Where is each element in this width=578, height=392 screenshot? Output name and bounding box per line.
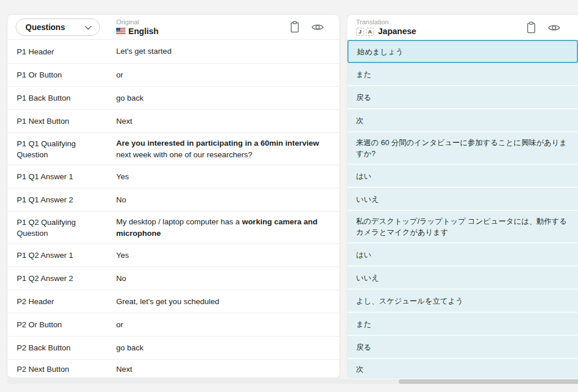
table-row: P1 Next Button Next [8,109,339,132]
table-row: P2 Or Button or [8,313,339,336]
row-label: P1 Header [8,46,116,57]
original-text: Are you interested in participating in a… [116,138,339,161]
original-text: go back [116,342,339,354]
original-text: go back [116,93,339,104]
clipboard-icon [526,21,536,34]
questions-dropdown[interactable]: Questions [16,19,100,36]
translation-cell[interactable]: 次 [347,359,578,378]
translation-column-header: Translation J A Japanese [356,19,416,36]
preview-original-button[interactable] [311,23,324,32]
original-text: Next [116,116,339,127]
row-label: P2 Or Button [8,319,116,330]
translation-cell[interactable]: 戻る [347,86,578,109]
translation-cell[interactable]: はい [347,165,578,188]
translation-cell[interactable]: 次 [347,109,578,132]
eye-icon [311,23,324,32]
translation-header-row: Translation J A Japanese [347,15,578,40]
ja-language-badge-icon: J A [356,28,374,36]
original-text: Great, let's get you scheduled [116,296,339,308]
clipboard-icon [290,21,300,34]
table-row: P2 Header Great, let's get you scheduled [8,290,339,313]
row-label: P2 Back Button [8,342,116,353]
original-text: Let's get started [116,46,339,57]
row-label: P1 Q1 Answer 2 [8,194,116,205]
horizontal-scrollbar-thumb[interactable] [399,379,578,384]
row-label: P1 Q2 Qualifying Question [8,217,116,239]
table-row: P2 Back Button go back [8,336,339,359]
table-row: P1 Or Button or [8,63,339,86]
strings-table-card: Questions Original English [7,14,340,378]
horizontal-scrollbar-track[interactable] [7,379,578,384]
table-row: P1 Q2 Answer 2 No [8,267,339,290]
translation-kind-label: Translation [356,19,416,26]
original-text: Yes [116,171,339,183]
original-text: Yes [116,250,339,261]
original-column-header: Original English [116,19,158,36]
row-label: P1 Q2 Answer 1 [8,250,116,261]
translation-cells: 始めましょう また 戻る 次 来週の 60 分間のインタビューに参加することに興… [347,40,578,378]
table-row: P1 Back Button go back [8,86,339,109]
original-text: Next [116,364,339,375]
row-label: P1 Back Button [8,93,116,103]
original-text: or [116,69,339,81]
row-label: P2 Next Button [8,364,116,375]
chevron-down-icon [84,22,92,32]
original-kind-label: Original [116,19,158,26]
table-row: P1 Q1 Answer 1 Yes [8,165,339,188]
translation-cell[interactable]: 始めましょう [347,40,578,63]
questions-dropdown-label: Questions [25,23,65,32]
eye-icon [547,23,561,32]
table-row: P1 Q1 Answer 2 No [8,188,339,211]
us-flag-icon [116,27,125,36]
row-label: P1 Next Button [8,116,116,127]
translation-cell[interactable]: 来週の 60 分間のインタビューに参加することに興味がありますか? [347,132,578,165]
original-language-label: English [128,27,158,36]
row-label: P1 Q1 Answer 1 [8,171,116,182]
row-label: P1 Or Button [8,69,116,80]
table-row: P1 Q2 Qualifying Question My desktop / l… [8,211,339,243]
original-header-row: Questions Original English [8,15,339,40]
original-text: No [116,273,339,284]
row-label: P2 Header [8,296,116,307]
table-row: P1 Q2 Answer 1 Yes [8,243,339,267]
table-row: P1 Q1 Qualifying Question Are you intere… [8,132,339,165]
translation-cell[interactable]: よし、スケジュールを立てよう [347,290,578,313]
translation-cell[interactable]: いいえ [347,188,578,211]
row-label: P1 Q1 Qualifying Question [8,138,116,160]
original-text: No [116,194,339,206]
preview-translation-button[interactable] [547,23,561,32]
translation-language-label: Japanese [378,27,416,36]
original-text: or [116,319,339,331]
translation-cell[interactable]: 戻る [347,336,578,359]
table-row: P1 Header Let's get started [8,40,339,63]
copy-translation-button[interactable] [526,21,536,34]
table-row: P2 Next Button Next [8,359,339,378]
translation-cell[interactable]: 私のデスクトップ/ラップトップ コンピュータには、動作するカメラとマイクがありま… [347,211,578,243]
translation-cell[interactable]: また [347,313,578,336]
original-text: My desktop / laptop computer has a worki… [116,216,339,239]
translation-cell[interactable]: いいえ [347,267,578,290]
translation-panel: Translation J A Japanese [347,14,578,378]
translation-cell[interactable]: はい [347,243,578,267]
translation-cell[interactable]: また [347,63,578,86]
copy-original-button[interactable] [290,21,300,34]
page-background: { "page": { "filter_label": "Questions" … [0,0,578,392]
row-label: P1 Q2 Answer 2 [8,273,116,284]
